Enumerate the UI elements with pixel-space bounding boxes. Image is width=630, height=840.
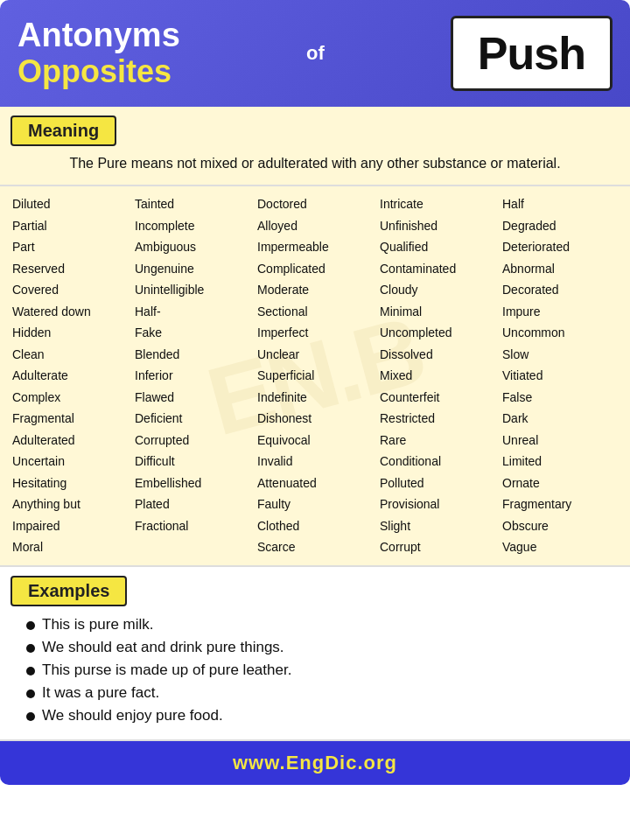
word-item: Flawed [135, 387, 250, 409]
word-item: Reserved [12, 258, 128, 280]
word-item: Deteriorated [502, 236, 618, 258]
footer-suffix: .org [357, 752, 397, 774]
word-item: Doctored [257, 193, 373, 215]
word-item: Half [502, 193, 618, 215]
word-item: Uncompleted [380, 322, 495, 344]
word-item: Rare [380, 430, 495, 452]
word-item: Incomplete [135, 215, 250, 237]
example-text: This purse is made up of pure leather. [42, 662, 291, 679]
bullet-icon [26, 644, 35, 653]
word-item: False [502, 387, 618, 409]
word-item: Uncertain [12, 451, 128, 472]
word-item: Impure [502, 301, 618, 323]
word-item: Covered [12, 279, 128, 301]
opposites-title: Opposites [18, 54, 180, 89]
word-item: Uncommon [502, 322, 618, 344]
word-item: Dishonest [257, 408, 373, 430]
word-item: Adulterate [12, 365, 128, 387]
word-item: Vague [502, 536, 618, 558]
examples-label: Examples [10, 576, 127, 606]
word-item: Fractional [135, 515, 250, 537]
word-item: Fragmentary [502, 494, 618, 515]
bullet-icon [26, 690, 35, 698]
word-column-2: DoctoredAlloyedImpermeableComplicatedMod… [254, 193, 376, 558]
header-title: Antonyms Opposites [18, 18, 180, 88]
word-item: Hesitating [12, 472, 128, 494]
footer-text: www.EngDic.org [0, 752, 630, 774]
word-item: Attenuated [257, 472, 373, 494]
meaning-section: Meaning The Pure means not mixed or adul… [0, 107, 630, 186]
of-label: of [306, 42, 325, 65]
main-word-box: Push [451, 16, 612, 91]
word-item: Scarce [257, 536, 373, 558]
bullet-icon [26, 621, 35, 630]
word-item: Superficial [257, 365, 373, 387]
word-item: Conditional [380, 451, 495, 472]
word-item: Unclear [257, 344, 373, 366]
footer-brand: EngDic [286, 752, 358, 774]
example-item: We should eat and drink pure things. [26, 636, 612, 659]
word-item: Intricate [380, 193, 495, 215]
footer: www.EngDic.org [0, 741, 630, 785]
word-item: Provisional [380, 494, 495, 515]
word-item: Minimal [380, 301, 495, 323]
meaning-text: The Pure means not mixed or adulterated … [0, 146, 630, 178]
word-item: Clean [12, 344, 128, 366]
word-item: Unfinished [380, 215, 495, 237]
example-text: This is pure milk. [42, 616, 154, 634]
example-item: This is pure milk. [26, 613, 612, 636]
word-item: Slow [502, 344, 618, 366]
word-item: Polluted [380, 472, 495, 494]
example-text: We should enjoy pure food. [42, 707, 223, 724]
words-grid: DilutedPartialPartReservedCoveredWatered… [9, 193, 621, 558]
word-item: Equivocal [257, 430, 373, 452]
word-item: Vitiated [502, 365, 618, 387]
word-item: Ornate [502, 472, 618, 494]
word-item: Mixed [380, 365, 495, 387]
bullet-icon [26, 667, 35, 676]
examples-section: Examples This is pure milk.We should eat… [0, 567, 630, 741]
word-item: Moral [12, 536, 128, 558]
word-item: Ambiguous [135, 236, 250, 258]
word-item: Half- [135, 301, 250, 323]
word-item: Impermeable [257, 236, 373, 258]
word-item: Cloudy [380, 279, 495, 301]
words-section: EN.B DilutedPartialPartReservedCoveredWa… [0, 186, 630, 567]
word-item: Adulterated [12, 430, 128, 452]
word-item: Sectional [257, 301, 373, 323]
example-item: We should enjoy pure food. [26, 704, 612, 727]
word-column-0: DilutedPartialPartReservedCoveredWatered… [9, 193, 131, 558]
word-item: Faulty [257, 494, 373, 515]
word-column-3: IntricateUnfinishedQualifiedContaminated… [376, 193, 499, 558]
example-text: We should eat and drink pure things. [42, 639, 284, 656]
word-item: Partial [12, 215, 128, 237]
example-text: It was a pure fact. [42, 684, 159, 702]
word-item: Alloyed [257, 215, 373, 237]
word-item: Hidden [12, 322, 128, 344]
word-item: Complex [12, 387, 128, 409]
word-item: Imperfect [257, 322, 373, 344]
word-item: Abnormal [502, 258, 618, 280]
word-item: Obscure [502, 515, 618, 537]
word-item: Impaired [12, 515, 128, 537]
word-item: Slight [380, 515, 495, 537]
word-item: Indefinite [257, 387, 373, 409]
word-item: Fragmental [12, 408, 128, 430]
word-item: Embellished [135, 472, 250, 494]
word-item: Watered down [12, 301, 128, 323]
word-item: Clothed [257, 515, 373, 537]
word-item: Contaminated [380, 258, 495, 280]
word-item: Tainted [135, 193, 250, 215]
word-item: Plated [135, 494, 250, 515]
example-item: It was a pure fact. [26, 682, 612, 704]
word-item: Fake [135, 322, 250, 344]
word-item: Ungenuine [135, 258, 250, 280]
word-item: Difficult [135, 451, 250, 472]
antonyms-title: Antonyms [18, 18, 180, 54]
word-column-1: TaintedIncompleteAmbiguousUngenuineUnint… [131, 193, 254, 558]
footer-prefix: www. [233, 752, 286, 774]
word-item: Dissolved [380, 344, 495, 366]
word-item: Restricted [380, 408, 495, 430]
word-item: Part [12, 236, 128, 258]
word-item: Unintelligible [135, 279, 250, 301]
